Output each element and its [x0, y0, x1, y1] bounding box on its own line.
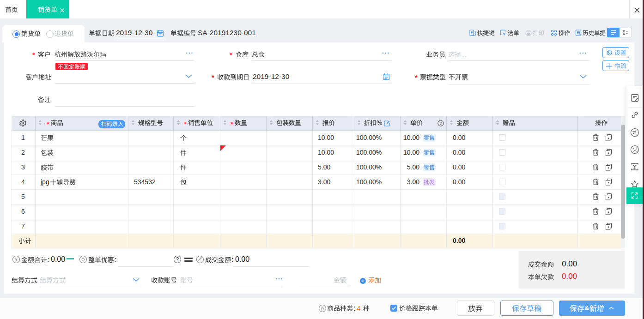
svg-text:?: ? [176, 256, 179, 263]
svg-text:¥: ¥ [14, 257, 18, 262]
svg-text:?: ? [439, 121, 442, 126]
